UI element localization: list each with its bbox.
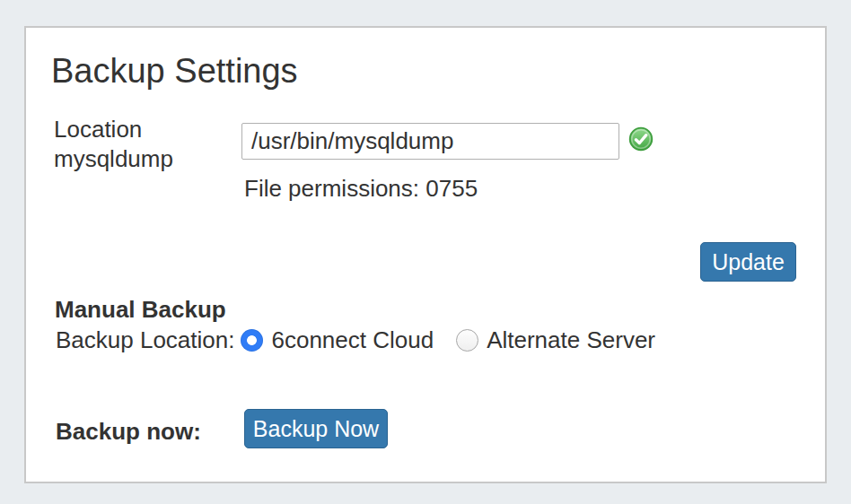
success-check-icon: [628, 126, 654, 152]
update-button[interactable]: Update: [700, 242, 796, 282]
radio-6connect-cloud-label[interactable]: 6connect Cloud: [271, 326, 434, 354]
backup-now-label: Backup now:: [56, 418, 201, 446]
radio-alternate-server[interactable]: [456, 329, 478, 352]
backup-now-button[interactable]: Backup Now: [244, 409, 388, 448]
backup-location-label: Backup Location:: [56, 326, 234, 354]
page-title: Backup Settings: [51, 53, 298, 91]
backup-settings-panel: Backup Settings Location mysqldump File …: [24, 26, 827, 483]
backup-location-row: Backup Location: 6connect Cloud Alternat…: [56, 326, 655, 353]
location-mysqldump-label: Location mysqldump: [54, 115, 215, 174]
radio-alternate-server-label[interactable]: Alternate Server: [487, 326, 655, 354]
file-permissions-text: File permissions: 0755: [244, 175, 478, 203]
location-mysqldump-input[interactable]: [241, 123, 619, 160]
manual-backup-heading: Manual Backup: [55, 296, 226, 324]
radio-6connect-cloud[interactable]: [241, 329, 263, 352]
